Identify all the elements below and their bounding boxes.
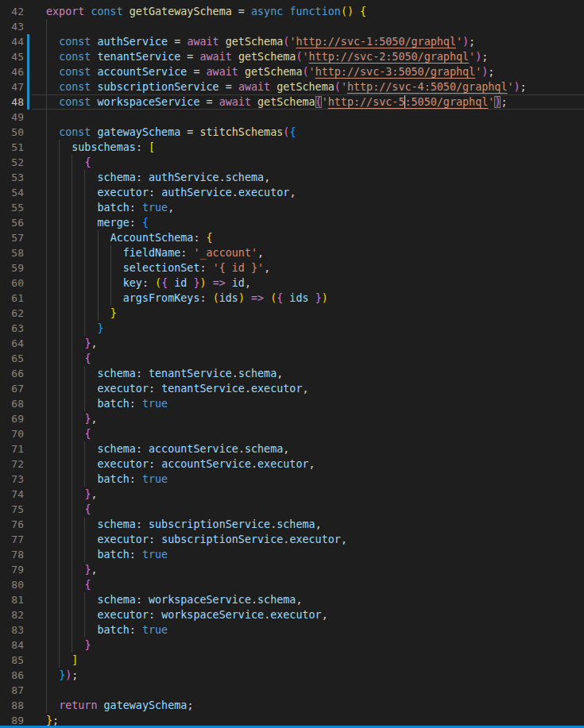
line-number: 62 <box>0 306 24 321</box>
code-area[interactable]: 42export const getGatewaySchema = async … <box>0 4 584 728</box>
line-number: 42 <box>0 4 24 19</box>
line-number: 82 <box>0 607 24 622</box>
line-number: 51 <box>0 140 24 155</box>
code-line[interactable]: 62 } <box>0 306 584 321</box>
code-line[interactable]: 61 argsFromKeys: (ids) => ({ ids }) <box>0 291 584 306</box>
line-number: 59 <box>0 260 24 275</box>
code-line[interactable]: 84 } <box>0 637 584 653</box>
code-line[interactable]: 60 key: ({ id }) => id, <box>0 275 584 291</box>
code-line[interactable]: 65 { <box>0 351 584 366</box>
code-text: { <box>46 502 91 517</box>
code-text: } <box>46 306 117 321</box>
code-text: merge: { <box>46 215 149 230</box>
code-line[interactable]: 81 schema: workspaceService.schema, <box>0 592 584 607</box>
code-line[interactable]: 87 <box>0 683 584 698</box>
code-text: executor: workspaceService.executor, <box>46 607 328 622</box>
code-line[interactable]: 44 const authService = await getSchema('… <box>0 34 584 49</box>
code-line[interactable]: 82 executor: workspaceService.executor, <box>0 607 584 622</box>
line-number: 83 <box>0 622 24 637</box>
line-number: 67 <box>0 381 24 396</box>
line-number: 80 <box>0 577 24 592</box>
code-line[interactable]: 74 }, <box>0 487 584 502</box>
code-text: }, <box>46 336 98 351</box>
code-line[interactable]: 49 <box>0 110 584 125</box>
code-line[interactable]: 47 const subscriptionService = await get… <box>0 79 584 94</box>
code-line[interactable]: 71 schema: accountService.schema, <box>0 441 584 456</box>
line-number: 84 <box>0 637 24 653</box>
code-text: }, <box>46 411 98 426</box>
code-line[interactable]: 67 executor: tenantService.executor, <box>0 381 584 396</box>
code-line[interactable]: 86 }); <box>0 668 584 683</box>
code-line[interactable]: 80 { <box>0 577 584 592</box>
code-line[interactable]: 79 }, <box>0 562 584 577</box>
line-number: 56 <box>0 215 24 230</box>
code-line[interactable]: 52 { <box>0 155 584 170</box>
code-text: batch: true <box>46 622 168 637</box>
code-line[interactable]: 68 batch: true <box>0 396 584 411</box>
code-line[interactable]: 75 { <box>0 502 584 517</box>
code-line[interactable]: 51 subschemas: [ <box>0 140 584 155</box>
line-number: 61 <box>0 291 24 306</box>
line-number: 45 <box>0 49 24 64</box>
line-number: 72 <box>0 456 24 472</box>
code-line[interactable]: 76 schema: subscriptionService.schema, <box>0 517 584 532</box>
code-text: } <box>46 637 91 653</box>
code-line[interactable]: 54 executor: authService.executor, <box>0 185 584 200</box>
indent-guide <box>46 683 47 698</box>
code-line[interactable]: 83 batch: true <box>0 622 584 637</box>
line-number: 53 <box>0 170 24 185</box>
line-number: 86 <box>0 668 24 683</box>
code-text: const authService = await getSchema('htt… <box>46 34 475 49</box>
line-number: 87 <box>0 683 24 698</box>
code-line[interactable]: 53 schema: authService.schema, <box>0 170 584 185</box>
line-number: 65 <box>0 351 24 366</box>
code-text: schema: subscriptionService.schema, <box>46 517 322 532</box>
code-line[interactable]: 73 batch: true <box>0 472 584 487</box>
code-line[interactable]: 66 schema: tenantService.schema, <box>0 366 584 381</box>
code-text: { <box>46 577 91 592</box>
code-line[interactable]: 43 <box>0 19 584 34</box>
line-number: 79 <box>0 562 24 577</box>
line-number: 58 <box>0 245 24 260</box>
code-line[interactable]: 55 batch: true, <box>0 200 584 215</box>
code-line[interactable]: 88 return gatewaySchema; <box>0 698 584 713</box>
line-number: 71 <box>0 441 24 456</box>
line-number: 75 <box>0 502 24 517</box>
line-number: 44 <box>0 34 24 49</box>
code-text: batch: true <box>46 396 168 411</box>
code-line[interactable]: 77 executor: subscriptionService.executo… <box>0 532 584 547</box>
git-modified-indicator <box>27 94 29 110</box>
code-line[interactable]: 58 fieldName: '_account', <box>0 245 584 260</box>
code-text: executor: subscriptionService.executor, <box>46 532 347 547</box>
code-line[interactable]: 50 const gatewaySchema = stitchSchemas({ <box>0 125 584 140</box>
code-line[interactable]: 78 batch: true <box>0 547 584 562</box>
line-number: 64 <box>0 336 24 351</box>
code-line[interactable]: 48 const workspaceService = await getSch… <box>0 94 584 110</box>
code-line[interactable]: 64 }, <box>0 336 584 351</box>
line-number: 85 <box>0 653 24 668</box>
code-line[interactable]: 56 merge: { <box>0 215 584 230</box>
code-line[interactable]: 57 AccountSchema: { <box>0 230 584 245</box>
code-text: export const getGatewaySchema = async fu… <box>46 4 366 19</box>
code-text: subschemas: [ <box>46 140 155 155</box>
code-text: }, <box>46 487 98 502</box>
line-number: 66 <box>0 366 24 381</box>
code-line[interactable]: 45 const tenantService = await getSchema… <box>0 49 584 64</box>
line-number: 50 <box>0 125 24 140</box>
code-line[interactable]: 69 }, <box>0 411 584 426</box>
code-text: const gatewaySchema = stitchSchemas({ <box>46 125 296 140</box>
code-line[interactable]: 63 } <box>0 321 584 336</box>
line-number: 69 <box>0 411 24 426</box>
git-modified-indicator <box>27 34 29 49</box>
code-text: const workspaceService = await getSchema… <box>46 94 508 110</box>
code-text: schema: tenantService.schema, <box>46 366 283 381</box>
code-text: batch: true, <box>46 200 174 215</box>
code-line[interactable]: 85 ] <box>0 653 584 668</box>
code-text: return gatewaySchema; <box>46 698 193 713</box>
code-line[interactable]: 59 selectionSet: '{ id }', <box>0 260 584 275</box>
code-line[interactable]: 46 const accountService = await getSchem… <box>0 64 584 79</box>
code-line[interactable]: 70 { <box>0 426 584 441</box>
code-line[interactable]: 72 executor: accountService.executor, <box>0 456 584 472</box>
code-line[interactable]: 42export const getGatewaySchema = async … <box>0 4 584 19</box>
code-text: { <box>46 351 91 366</box>
